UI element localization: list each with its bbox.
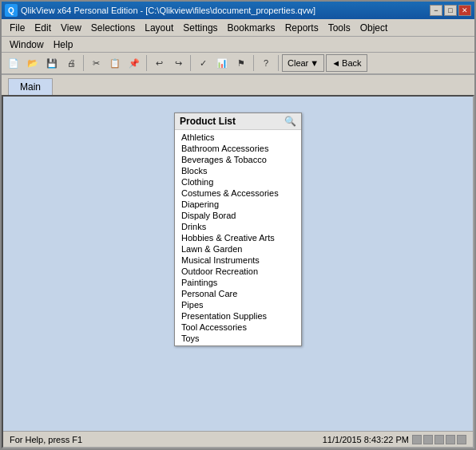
- list-item[interactable]: Dispaly Borad: [175, 210, 301, 221]
- list-item[interactable]: Paintings: [175, 277, 301, 288]
- main-window: Q QlikView x64 Personal Edition - [C:\Ql…: [0, 0, 476, 450]
- toolbar-sep-4: [253, 55, 254, 71]
- toolbar-print[interactable]: 🖨: [62, 54, 80, 72]
- product-list-title: Product List: [180, 116, 236, 127]
- product-list-items: Athletics Bathroom Accessories Beverages…: [175, 130, 301, 345]
- menu-bar-2: Window Help: [2, 37, 474, 53]
- menu-layout[interactable]: Layout: [140, 21, 178, 35]
- menu-edit[interactable]: Edit: [30, 21, 56, 35]
- list-item[interactable]: Pipes: [175, 299, 301, 310]
- menu-window[interactable]: Window: [5, 38, 49, 52]
- status-boxes: [412, 435, 466, 444]
- product-list-box: Product List 🔍 Athletics Bathroom Access…: [174, 112, 302, 346]
- datetime-text: 11/1/2015 8:43:22 PM: [323, 435, 409, 444]
- status-right: 11/1/2015 8:43:22 PM: [323, 435, 466, 444]
- status-bar: For Help, press F1 11/1/2015 8:43:22 PM: [3, 431, 473, 447]
- app-icon: Q: [5, 4, 18, 17]
- list-item[interactable]: Personal Care: [175, 288, 301, 299]
- list-item[interactable]: Lawn & Garden: [175, 243, 301, 255]
- list-item[interactable]: Costumes & Accessories: [175, 188, 301, 199]
- tab-bar: Main: [2, 75, 474, 95]
- status-box-2: [423, 435, 433, 444]
- list-item[interactable]: Drinks: [175, 221, 301, 232]
- menu-help[interactable]: Help: [49, 38, 78, 52]
- list-item[interactable]: Athletics: [175, 132, 301, 143]
- toolbar-chart[interactable]: 📊: [213, 54, 231, 72]
- toolbar: 📄 📂 💾 🖨 ✂ 📋 📌 ↩ ↪ ✓ 📊 ⚑ ? Clear ▼ ◄ Back: [2, 53, 474, 75]
- menu-file[interactable]: File: [5, 21, 30, 35]
- menu-reports[interactable]: Reports: [280, 21, 323, 35]
- list-item[interactable]: Blocks: [175, 165, 301, 176]
- toolbar-sep-2: [146, 55, 147, 71]
- list-item[interactable]: Bathroom Accessories: [175, 143, 301, 154]
- close-button[interactable]: ✕: [458, 5, 471, 16]
- clear-button[interactable]: Clear ▼: [282, 54, 324, 72]
- list-item[interactable]: Musical Instruments: [175, 255, 301, 266]
- maximize-button[interactable]: □: [444, 5, 457, 16]
- help-text: For Help, press F1: [10, 435, 82, 444]
- title-bar-buttons[interactable]: − □ ✕: [430, 5, 471, 16]
- toolbar-cut[interactable]: ✂: [87, 54, 105, 72]
- product-list-header: Product List 🔍: [175, 113, 301, 130]
- menu-view[interactable]: View: [56, 21, 86, 35]
- toolbar-sep-1: [83, 55, 84, 71]
- toolbar-sep-3: [190, 55, 191, 71]
- toolbar-undo[interactable]: ↩: [150, 54, 168, 72]
- toolbar-paste[interactable]: 📌: [125, 54, 143, 72]
- menu-selections[interactable]: Selections: [86, 21, 140, 35]
- window-title: QlikView x64 Personal Edition - [C:\Qlik…: [21, 6, 315, 15]
- content-area: Product List 🔍 Athletics Bathroom Access…: [2, 95, 474, 448]
- toolbar-flag[interactable]: ⚑: [232, 54, 250, 72]
- status-box-1: [412, 435, 422, 444]
- list-item[interactable]: Diapering: [175, 199, 301, 210]
- minimize-button[interactable]: −: [430, 5, 442, 16]
- tab-main[interactable]: Main: [8, 78, 53, 95]
- menu-settings[interactable]: Settings: [178, 21, 222, 35]
- toolbar-new[interactable]: 📄: [5, 54, 22, 72]
- menu-bar: File Edit View Selections Layout Setting…: [2, 19, 474, 37]
- clear-arrow: ▼: [310, 58, 319, 68]
- list-item[interactable]: Clothing: [175, 176, 301, 188]
- clear-label: Clear: [288, 58, 308, 68]
- back-button[interactable]: ◄ Back: [326, 54, 367, 72]
- list-item[interactable]: Hobbies & Creative Arts: [175, 232, 301, 243]
- back-arrow-icon: ◄: [331, 58, 340, 68]
- back-label: Back: [342, 58, 361, 68]
- search-icon[interactable]: 🔍: [284, 116, 296, 127]
- title-bar-left: Q QlikView x64 Personal Edition - [C:\Ql…: [5, 4, 315, 17]
- list-item[interactable]: Toys: [175, 333, 301, 344]
- toolbar-redo[interactable]: ↪: [169, 54, 187, 72]
- status-box-3: [434, 435, 444, 444]
- toolbar-open[interactable]: 📂: [24, 54, 42, 72]
- toolbar-help[interactable]: ?: [257, 54, 275, 72]
- toolbar-check[interactable]: ✓: [194, 54, 212, 72]
- menu-tools[interactable]: Tools: [323, 21, 355, 35]
- list-item[interactable]: Tool Accessories: [175, 322, 301, 333]
- toolbar-save[interactable]: 💾: [43, 54, 61, 72]
- toolbar-sep-5: [278, 55, 279, 71]
- title-bar: Q QlikView x64 Personal Edition - [C:\Ql…: [2, 2, 474, 19]
- list-item[interactable]: Beverages & Tobacco: [175, 154, 301, 165]
- menu-object[interactable]: Object: [355, 21, 393, 35]
- list-item[interactable]: Outdoor Recreation: [175, 266, 301, 277]
- list-item[interactable]: Presentation Supplies: [175, 310, 301, 322]
- tab-main-label: Main: [20, 81, 41, 93]
- toolbar-copy[interactable]: 📋: [106, 54, 124, 72]
- menu-bookmarks[interactable]: Bookmarks: [223, 21, 280, 35]
- status-box-5: [457, 435, 466, 444]
- status-box-4: [446, 435, 455, 444]
